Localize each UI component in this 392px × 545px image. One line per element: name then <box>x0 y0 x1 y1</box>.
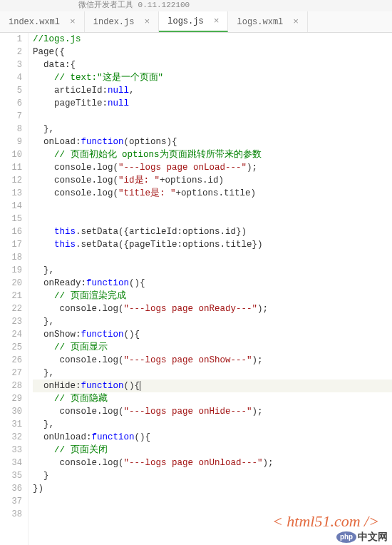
watermark-php: php 中文网 <box>336 531 388 544</box>
line-number: 26 <box>0 354 22 367</box>
code-line[interactable]: onUnload:function(){ <box>33 431 392 444</box>
close-icon[interactable]: × <box>293 16 299 27</box>
line-number: 25 <box>0 341 22 354</box>
line-number: 17 <box>0 238 22 251</box>
line-number: 14 <box>0 200 22 213</box>
code-line[interactable]: console.log("---logs page onLoad---"); <box>33 161 392 174</box>
code-line[interactable]: //logs.js <box>33 33 392 46</box>
line-number: 10 <box>0 148 22 161</box>
code-line[interactable]: console.log("---logs page onShow---"); <box>33 354 392 367</box>
code-line[interactable] <box>33 110 392 123</box>
code-line[interactable] <box>33 213 392 225</box>
tab-label: index.wxml <box>9 17 60 27</box>
close-icon[interactable]: × <box>144 16 150 27</box>
line-number: 7 <box>0 110 22 123</box>
line-number: 19 <box>0 264 22 277</box>
code-line[interactable] <box>33 495 392 508</box>
code-line[interactable]: // 页面显示 <box>33 341 392 354</box>
php-badge: php <box>336 531 356 543</box>
code-line[interactable]: pageTitle:null <box>33 97 392 110</box>
line-number: 15 <box>0 213 22 225</box>
tab-index-wxml[interactable]: index.wxml× <box>0 11 85 32</box>
code-line[interactable]: }, <box>33 367 392 380</box>
line-number: 36 <box>0 482 22 495</box>
code-line[interactable]: console.log("---logs page onHide---"); <box>33 405 392 418</box>
code-line[interactable]: }, <box>33 123 392 136</box>
line-number: 24 <box>0 328 22 341</box>
code-line[interactable]: console.log("id是: "+options.id) <box>33 174 392 187</box>
code-line[interactable]: this.setData({pageTitle:options.title}) <box>33 238 392 251</box>
line-number: 29 <box>0 392 22 405</box>
line-number: 30 <box>0 405 22 418</box>
watermark-text: 中文网 <box>358 531 388 544</box>
title-bar: 微信开发者工具 0.11.122100 <box>0 0 392 11</box>
code-line[interactable]: onShow:function(){ <box>33 328 392 341</box>
line-number: 13 <box>0 187 22 200</box>
tab-label: index.js <box>93 17 135 27</box>
code-line[interactable]: // 页面隐藏 <box>33 392 392 405</box>
code-line[interactable]: }, <box>33 315 392 328</box>
line-number: 33 <box>0 444 22 457</box>
line-gutter: 1234567891011121314151617181920212223242… <box>0 33 29 545</box>
line-number: 22 <box>0 302 22 315</box>
line-number: 27 <box>0 367 22 380</box>
code-area[interactable]: //logs.jsPage({ data:{ // text:"这是一个页面" … <box>29 33 392 545</box>
line-number: 34 <box>0 457 22 469</box>
code-line[interactable] <box>33 251 392 264</box>
tab-logs-js[interactable]: logs.js× <box>159 11 228 32</box>
line-number: 38 <box>0 508 22 521</box>
code-line[interactable]: this.setData({articleId:options.id}) <box>33 225 392 238</box>
line-number: 31 <box>0 418 22 431</box>
line-number: 21 <box>0 290 22 302</box>
tab-label: logs.wxml <box>237 17 283 27</box>
line-number: 37 <box>0 495 22 508</box>
line-number: 9 <box>0 136 22 148</box>
tab-index-js[interactable]: index.js× <box>85 11 159 32</box>
line-number: 5 <box>0 84 22 97</box>
code-line[interactable]: onReady:function(){ <box>33 277 392 290</box>
code-line[interactable]: Page({ <box>33 46 392 58</box>
close-icon[interactable]: × <box>214 16 220 26</box>
line-number: 8 <box>0 123 22 136</box>
code-line[interactable]: console.log("---logs page onReady---"); <box>33 302 392 315</box>
line-number: 35 <box>0 469 22 482</box>
code-line[interactable]: articleId:null, <box>33 84 392 97</box>
line-number: 2 <box>0 46 22 58</box>
line-number: 16 <box>0 225 22 238</box>
line-number: 23 <box>0 315 22 328</box>
line-number: 4 <box>0 71 22 84</box>
line-number: 20 <box>0 277 22 290</box>
code-line[interactable]: // 页面渲染完成 <box>33 290 392 302</box>
code-line[interactable]: onHide:function(){ <box>33 380 392 392</box>
code-line[interactable]: // 页面初始化 options为页面跳转所带来的参数 <box>33 148 392 161</box>
line-number: 32 <box>0 431 22 444</box>
code-line[interactable]: }, <box>33 418 392 431</box>
tab-label: logs.js <box>167 16 203 26</box>
watermark-html51: < html51.com /> <box>272 512 379 531</box>
line-number: 11 <box>0 161 22 174</box>
close-icon[interactable]: × <box>70 16 76 27</box>
line-number: 6 <box>0 97 22 110</box>
tab-logs-wxml[interactable]: logs.wxml× <box>228 11 308 32</box>
line-number: 18 <box>0 251 22 264</box>
line-number: 3 <box>0 58 22 71</box>
code-line[interactable]: // text:"这是一个页面" <box>33 71 392 84</box>
code-line[interactable]: data:{ <box>33 58 392 71</box>
code-line[interactable]: }) <box>33 482 392 495</box>
code-line[interactable] <box>33 200 392 213</box>
line-number: 12 <box>0 174 22 187</box>
line-number: 1 <box>0 33 22 46</box>
code-line[interactable]: console.log("---logs page onUnload---"); <box>33 457 392 469</box>
editor-tabs: index.wxml×index.js×logs.js×logs.wxml× <box>0 11 392 33</box>
code-editor[interactable]: 1234567891011121314151617181920212223242… <box>0 33 392 545</box>
code-line[interactable]: // 页面关闭 <box>33 444 392 457</box>
code-line[interactable]: } <box>33 469 392 482</box>
line-number: 28 <box>0 380 22 392</box>
code-line[interactable]: onLoad:function(options){ <box>33 136 392 148</box>
code-line[interactable]: }, <box>33 264 392 277</box>
code-line[interactable]: console.log("title是: "+options.title) <box>33 187 392 200</box>
